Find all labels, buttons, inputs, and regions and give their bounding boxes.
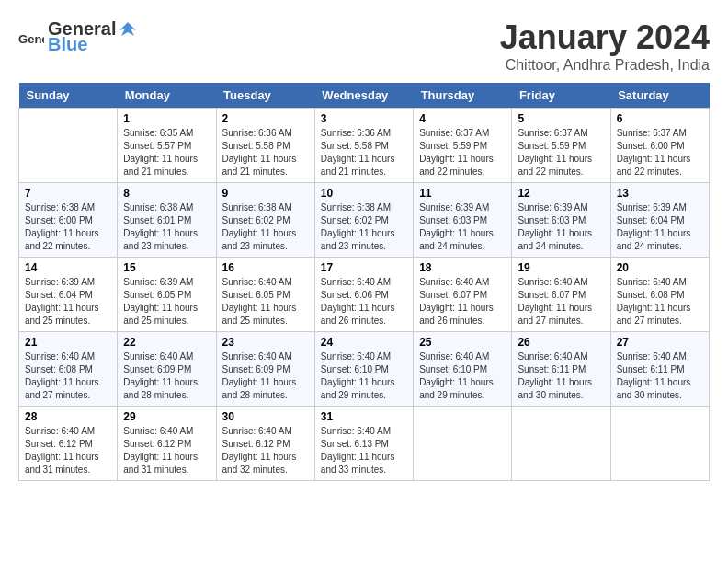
day-info: Sunrise: 6:37 AMSunset: 5:59 PMDaylight:… — [419, 127, 506, 178]
week-row-4: 21Sunrise: 6:40 AMSunset: 6:08 PMDayligh… — [19, 332, 710, 407]
subtitle: Chittoor, Andhra Pradesh, India — [500, 57, 710, 74]
day-info: Sunrise: 6:40 AMSunset: 6:07 PMDaylight:… — [518, 276, 604, 327]
day-info: Sunrise: 6:40 AMSunset: 6:08 PMDaylight:… — [617, 276, 703, 327]
header-day-thursday: Thursday — [414, 83, 512, 109]
week-row-2: 7Sunrise: 6:38 AMSunset: 6:00 PMDaylight… — [19, 183, 710, 258]
calendar-cell: 8Sunrise: 6:38 AMSunset: 6:01 PMDaylight… — [118, 183, 216, 258]
calendar-cell: 18Sunrise: 6:40 AMSunset: 6:07 PMDayligh… — [414, 258, 512, 332]
calendar-cell — [512, 407, 610, 481]
day-number: 27 — [617, 336, 703, 349]
svg-text:General: General — [18, 32, 44, 46]
calendar-table: SundayMondayTuesdayWednesdayThursdayFrid… — [18, 83, 710, 481]
day-number: 21 — [25, 336, 111, 349]
calendar-cell: 17Sunrise: 6:40 AMSunset: 6:06 PMDayligh… — [314, 258, 413, 332]
day-number: 14 — [25, 261, 111, 274]
day-number: 11 — [419, 187, 506, 200]
day-info: Sunrise: 6:40 AMSunset: 6:08 PMDaylight:… — [25, 350, 111, 402]
day-info: Sunrise: 6:40 AMSunset: 6:05 PMDaylight:… — [222, 276, 309, 327]
day-info: Sunrise: 6:40 AMSunset: 6:07 PMDaylight:… — [419, 276, 506, 327]
calendar-cell: 11Sunrise: 6:39 AMSunset: 6:03 PMDayligh… — [414, 183, 512, 258]
calendar-cell: 20Sunrise: 6:40 AMSunset: 6:08 PMDayligh… — [610, 258, 709, 332]
calendar-cell: 1Sunrise: 6:35 AMSunset: 5:57 PMDaylight… — [118, 109, 216, 183]
day-number: 18 — [419, 261, 506, 274]
day-number: 26 — [518, 336, 604, 349]
calendar-cell: 29Sunrise: 6:40 AMSunset: 6:12 PMDayligh… — [118, 407, 216, 481]
day-number: 6 — [617, 112, 703, 125]
calendar-cell: 15Sunrise: 6:39 AMSunset: 6:05 PMDayligh… — [118, 258, 216, 332]
day-number: 12 — [518, 187, 604, 200]
calendar-cell: 13Sunrise: 6:39 AMSunset: 6:04 PMDayligh… — [610, 183, 709, 258]
calendar-cell — [19, 109, 118, 183]
header-row: SundayMondayTuesdayWednesdayThursdayFrid… — [19, 83, 710, 109]
header-day-friday: Friday — [512, 83, 610, 109]
day-info: Sunrise: 6:38 AMSunset: 6:00 PMDaylight:… — [25, 201, 111, 253]
week-row-1: 1Sunrise: 6:35 AMSunset: 5:57 PMDaylight… — [19, 109, 710, 183]
day-number: 31 — [321, 410, 407, 423]
calendar-cell: 9Sunrise: 6:38 AMSunset: 6:02 PMDaylight… — [216, 183, 314, 258]
day-number: 17 — [321, 261, 407, 274]
calendar-cell: 22Sunrise: 6:40 AMSunset: 6:09 PMDayligh… — [118, 332, 216, 407]
day-number: 3 — [321, 112, 407, 125]
day-number: 10 — [321, 187, 407, 200]
calendar-cell: 6Sunrise: 6:37 AMSunset: 6:00 PMDaylight… — [610, 109, 709, 183]
calendar-cell: 5Sunrise: 6:37 AMSunset: 5:59 PMDaylight… — [512, 109, 610, 183]
day-info: Sunrise: 6:40 AMSunset: 6:09 PMDaylight:… — [222, 350, 309, 402]
calendar-cell: 26Sunrise: 6:40 AMSunset: 6:11 PMDayligh… — [512, 332, 610, 407]
day-number: 16 — [222, 261, 309, 274]
day-number: 22 — [123, 336, 210, 349]
calendar-cell: 31Sunrise: 6:40 AMSunset: 6:13 PMDayligh… — [314, 407, 413, 481]
header-day-tuesday: Tuesday — [216, 83, 314, 109]
day-info: Sunrise: 6:40 AMSunset: 6:10 PMDaylight:… — [321, 350, 407, 402]
main-title: January 2024 — [500, 18, 710, 57]
day-number: 19 — [518, 261, 604, 274]
calendar-cell: 21Sunrise: 6:40 AMSunset: 6:08 PMDayligh… — [19, 332, 118, 407]
day-number: 1 — [123, 112, 210, 125]
day-info: Sunrise: 6:37 AMSunset: 6:00 PMDaylight:… — [617, 127, 703, 178]
day-info: Sunrise: 6:39 AMSunset: 6:03 PMDaylight:… — [518, 201, 604, 253]
day-number: 9 — [222, 187, 309, 200]
day-info: Sunrise: 6:40 AMSunset: 6:11 PMDaylight:… — [617, 350, 703, 402]
svg-marker-1 — [119, 22, 136, 36]
calendar-cell — [414, 407, 512, 481]
calendar-cell: 28Sunrise: 6:40 AMSunset: 6:12 PMDayligh… — [19, 407, 118, 481]
day-info: Sunrise: 6:36 AMSunset: 5:58 PMDaylight:… — [222, 127, 309, 178]
day-number: 7 — [25, 187, 111, 200]
day-number: 4 — [419, 112, 506, 125]
day-number: 5 — [518, 112, 604, 125]
day-number: 2 — [222, 112, 309, 125]
week-row-3: 14Sunrise: 6:39 AMSunset: 6:04 PMDayligh… — [19, 258, 710, 332]
calendar-cell: 12Sunrise: 6:39 AMSunset: 6:03 PMDayligh… — [512, 183, 610, 258]
day-info: Sunrise: 6:40 AMSunset: 6:10 PMDaylight:… — [419, 350, 506, 402]
calendar-cell: 25Sunrise: 6:40 AMSunset: 6:10 PMDayligh… — [414, 332, 512, 407]
calendar-cell: 3Sunrise: 6:36 AMSunset: 5:58 PMDaylight… — [314, 109, 413, 183]
calendar-cell: 10Sunrise: 6:38 AMSunset: 6:02 PMDayligh… — [314, 183, 413, 258]
day-info: Sunrise: 6:40 AMSunset: 6:09 PMDaylight:… — [123, 350, 210, 402]
day-number: 30 — [222, 410, 309, 423]
day-info: Sunrise: 6:37 AMSunset: 5:59 PMDaylight:… — [518, 127, 604, 178]
day-info: Sunrise: 6:35 AMSunset: 5:57 PMDaylight:… — [123, 127, 210, 178]
day-number: 15 — [123, 261, 210, 274]
logo-icon: General — [18, 24, 44, 50]
calendar-cell: 16Sunrise: 6:40 AMSunset: 6:05 PMDayligh… — [216, 258, 314, 332]
day-number: 20 — [617, 261, 703, 274]
day-number: 24 — [321, 336, 407, 349]
day-number: 29 — [123, 410, 210, 423]
header-day-wednesday: Wednesday — [314, 83, 413, 109]
calendar-cell: 19Sunrise: 6:40 AMSunset: 6:07 PMDayligh… — [512, 258, 610, 332]
day-info: Sunrise: 6:40 AMSunset: 6:12 PMDaylight:… — [25, 425, 111, 477]
day-info: Sunrise: 6:40 AMSunset: 6:06 PMDaylight:… — [321, 276, 407, 327]
day-info: Sunrise: 6:39 AMSunset: 6:04 PMDaylight:… — [617, 201, 703, 253]
day-info: Sunrise: 6:38 AMSunset: 6:02 PMDaylight:… — [321, 201, 407, 253]
page-header: General General Blue January 2024 Chitto… — [18, 18, 710, 74]
day-number: 13 — [617, 187, 703, 200]
day-info: Sunrise: 6:36 AMSunset: 5:58 PMDaylight:… — [321, 127, 407, 178]
calendar-cell: 14Sunrise: 6:39 AMSunset: 6:04 PMDayligh… — [19, 258, 118, 332]
calendar-cell: 23Sunrise: 6:40 AMSunset: 6:09 PMDayligh… — [216, 332, 314, 407]
title-section: January 2024 Chittoor, Andhra Pradesh, I… — [500, 18, 710, 74]
week-row-5: 28Sunrise: 6:40 AMSunset: 6:12 PMDayligh… — [19, 407, 710, 481]
day-info: Sunrise: 6:40 AMSunset: 6:11 PMDaylight:… — [518, 350, 604, 402]
day-info: Sunrise: 6:39 AMSunset: 6:03 PMDaylight:… — [419, 201, 506, 253]
logo: General General Blue — [18, 18, 138, 55]
header-day-monday: Monday — [118, 83, 216, 109]
header-day-sunday: Sunday — [19, 83, 118, 109]
